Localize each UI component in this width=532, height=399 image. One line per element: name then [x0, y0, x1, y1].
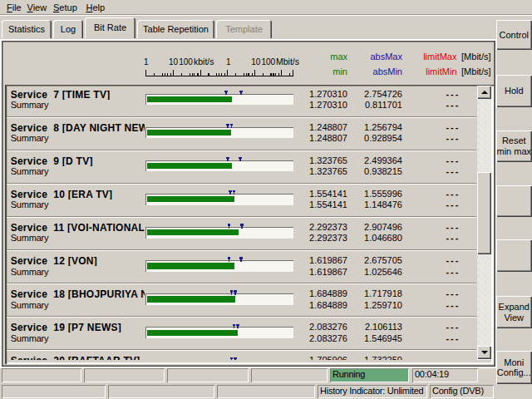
marker-absmax-stem — [234, 359, 236, 360]
status-cell-config-dvb: Config (DVB) — [430, 385, 494, 398]
menu-setup[interactable]: Setup — [53, 3, 77, 12]
bitrate-bar — [147, 296, 234, 302]
row-separator-highlight — [7, 250, 476, 251]
service-list: Service 7 [TIME TV]Summary1.2703102.7547… — [5, 85, 494, 364]
row-separator-highlight — [7, 184, 476, 185]
tab-statistics[interactable]: Statistics — [2, 20, 52, 38]
status-text: Config (DVB) — [432, 387, 484, 396]
status-cell — [108, 385, 214, 398]
tab-label: Template — [216, 25, 272, 34]
service-row[interactable]: Service 8 [DAY NIGHT NEWS]Summary1.24880… — [7, 120, 476, 153]
status-cell — [2, 368, 81, 382]
marker-absmax-stem — [241, 226, 243, 229]
scroll-up-button[interactable] — [477, 86, 491, 99]
bitrate-bar — [147, 163, 232, 169]
menu-separator-highlight — [0, 15, 532, 16]
status-text: Running — [332, 370, 365, 379]
vertical-scrollbar[interactable] — [477, 86, 491, 359]
tab-log[interactable]: Log — [53, 20, 83, 38]
row-separator-highlight — [7, 150, 476, 151]
expand-view-button[interactable]: Expand View — [496, 296, 532, 328]
row-separator-highlight — [7, 283, 476, 284]
service-subrow-label: Summary — [11, 101, 49, 110]
menu-view[interactable]: View — [27, 3, 47, 12]
tab-label: Statistics — [2, 25, 52, 34]
service-row[interactable]: Service 11 [VOI-NATIONAL]Summary2.292373… — [7, 219, 476, 253]
status-cell — [217, 385, 315, 398]
marker-absmin-stem — [225, 92, 227, 95]
marker-absmin-stem — [227, 159, 229, 161]
bitrate-bar — [147, 130, 231, 135]
value-limitmax: - - - — [392, 323, 458, 332]
scroll-down-button[interactable] — [477, 346, 491, 359]
marker-absmax-stem — [239, 159, 241, 161]
value-limitmax: - - - — [392, 156, 458, 165]
hold-button[interactable]: Hold — [496, 75, 532, 107]
marker-absmax-stem — [234, 293, 236, 295]
service-row[interactable]: Service 12 [VON]Summary1.6198672.675705-… — [7, 253, 476, 286]
tab-template[interactable]: Template — [216, 20, 272, 38]
value-limitmin: - - - — [392, 268, 458, 277]
service-row[interactable]: Service 10 [ERA TV]Summary1.5541411.5559… — [7, 186, 476, 219]
value-limitmin: - - - — [392, 200, 458, 209]
service-row[interactable]: Service 18 [BHOJPURIYA NEWS]Summary1.684… — [7, 286, 476, 319]
status-cell-00-04-19: 00:04:19 — [412, 368, 478, 382]
marker-absmax-stem — [240, 92, 242, 95]
menu-file[interactable]: File — [7, 3, 22, 12]
marker-absmin-stem — [231, 293, 233, 295]
service-subrow-label: Summary — [11, 200, 49, 209]
scrollbar-thumb[interactable] — [477, 172, 491, 254]
status-cell-history-indicator-unlimited: History Indicator: Unlimited — [318, 385, 427, 398]
marker-absmin-stem — [229, 259, 230, 262]
tab-bit-rate[interactable]: Bit Rate — [85, 17, 135, 38]
blank-3-button[interactable] — [496, 185, 532, 217]
service-name: Service 11 [VOI-NATIONAL] — [11, 223, 145, 233]
tab-label: Table Repetition — [137, 25, 214, 34]
tab-label: Log — [53, 25, 83, 34]
service-row[interactable]: Service 9 [D TV]Summary1.3237652.499364-… — [7, 153, 476, 186]
service-subrow-label: Summary — [11, 167, 49, 176]
control-button[interactable]: Control — [496, 20, 532, 51]
value-limitmin: - - - — [392, 134, 458, 143]
value-limitmax: - - - — [392, 190, 458, 199]
marker-absmin-stem — [229, 192, 231, 195]
service-subrow-label: Summary — [11, 268, 49, 277]
service-rows: Service 7 [TIME TV]Summary1.2703102.7547… — [7, 86, 476, 361]
status-text: History Indicator: Unlimited — [320, 387, 423, 396]
value-limitmin: - - - — [392, 301, 458, 310]
row-separator-highlight — [7, 317, 476, 318]
value-limitmin: - - - — [392, 101, 458, 110]
service-row[interactable]: Service 19 [P7 NEWS]Summary2.0832762.106… — [7, 319, 476, 352]
tab-label: Bit Rate — [85, 23, 135, 32]
bitrate-bar — [147, 196, 234, 202]
service-name: Service 10 [ERA TV] — [11, 190, 145, 200]
bitrate-bar — [147, 96, 231, 102]
moni-config-button[interactable]: Moni Config... — [496, 351, 532, 384]
marker-absmax-stem — [234, 192, 235, 195]
menu-help[interactable]: Help — [86, 3, 106, 12]
marker-absmin-stem — [231, 359, 233, 360]
service-subrow-label: Summary — [11, 234, 49, 243]
value-limitmin: - - - — [392, 234, 458, 243]
service-subrow-label: Summary — [11, 134, 49, 143]
row-separator-highlight — [7, 217, 476, 218]
value-limitmax: - - - — [392, 90, 458, 99]
value-limitmax: - - - — [392, 223, 458, 232]
value-limitmax: - - - — [392, 356, 458, 360]
service-row[interactable]: Service 7 [TIME TV]Summary1.2703102.7547… — [7, 86, 476, 120]
marker-absmin-stem — [234, 326, 235, 328]
bitrate-bar — [147, 330, 237, 336]
menu-bar: FileViewSetupHelp — [0, 0, 532, 14]
status-cell-running: Running — [330, 368, 409, 382]
service-row[interactable]: Service 20 [RAFTAAR TV]Summary1.7059061.… — [7, 352, 476, 360]
reset-min-max-button[interactable]: Reset min max — [496, 131, 532, 163]
bitrate-bar — [147, 229, 239, 235]
service-name: Service 12 [VON] — [11, 256, 145, 266]
service-name: Service 8 [DAY NIGHT NEWS] — [11, 123, 145, 133]
service-name: Service 18 [BHOJPURIYA NEWS] — [11, 289, 145, 299]
row-separator-highlight — [7, 350, 476, 351]
value-limitmax: - - - — [392, 256, 458, 265]
service-subrow-label: Summary — [11, 301, 49, 310]
tab-table-repetition[interactable]: Table Repetition — [137, 20, 214, 38]
blank-4-button[interactable] — [496, 239, 532, 272]
